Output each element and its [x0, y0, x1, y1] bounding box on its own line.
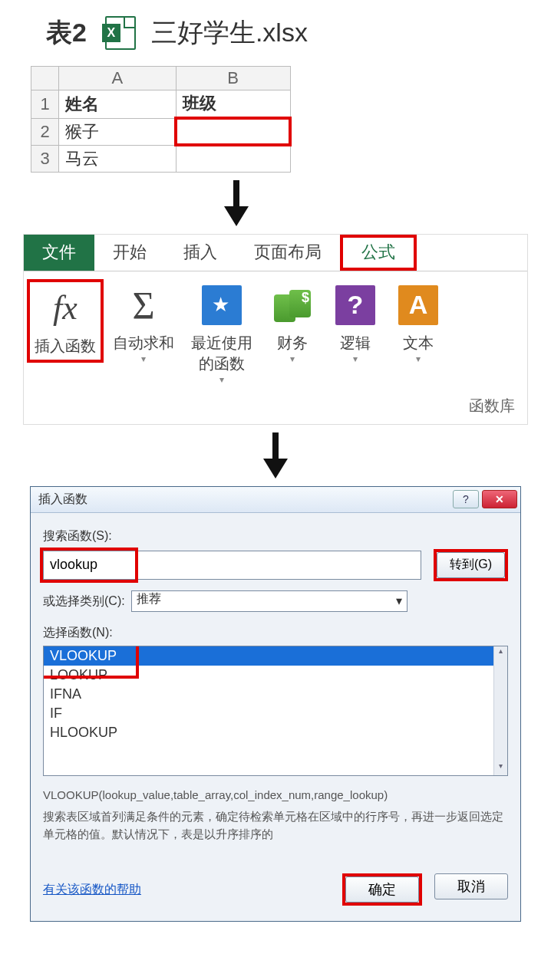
ribbon: 文件 开始 插入 页面布局 公式 fx 插入函数 Σ 自动求和 ▾ 最近使用的函… [23, 234, 528, 425]
insert-function-label: 插入函数 [35, 336, 96, 357]
excel-file-icon: X [102, 16, 136, 50]
ok-button[interactable]: 确定 [345, 876, 419, 903]
star-icon [202, 285, 242, 325]
table-label: 表2 [46, 15, 87, 51]
dropdown-icon: ▾ [353, 354, 358, 364]
question-icon: ? [335, 285, 375, 325]
cell-a2[interactable]: 猴子 [59, 118, 177, 145]
insert-function-button[interactable]: fx 插入函数 [27, 279, 104, 363]
logic-button[interactable]: ? 逻辑 ▾ [325, 279, 386, 367]
list-item[interactable]: IF [44, 704, 507, 723]
highlight-box: 转到(G) [434, 549, 508, 581]
sigma-icon: Σ [132, 283, 154, 327]
dropdown-icon: ▾ [290, 354, 295, 364]
dialog-body: 搜索函数(S): 转到(G) 或选择类别(C): 推荐 选择函数(N): VLO… [31, 513, 520, 922]
search-label: 搜索函数(S): [43, 528, 508, 544]
insert-function-dialog: 插入函数 ? ✕ 搜索函数(S): 转到(G) 或选择类别(C): 推荐 [30, 486, 521, 922]
tab-home[interactable]: 开始 [94, 235, 165, 271]
ribbon-body: fx 插入函数 Σ 自动求和 ▾ 最近使用的函数 ▾ 财务 ▾ ? 逻辑 ▾ [24, 271, 527, 391]
close-button[interactable]: ✕ [482, 490, 517, 508]
tab-insert[interactable]: 插入 [165, 235, 236, 271]
cell-a3[interactable]: 马云 [59, 145, 177, 172]
ribbon-group-label: 函数库 [24, 391, 527, 424]
text-label: 文本 [403, 333, 434, 354]
search-input[interactable] [43, 551, 421, 580]
function-listbox[interactable]: VLOOKUP LOOKUP IFNA IF HLOOKUP ▴ ▾ [43, 646, 508, 776]
cancel-button[interactable]: 取消 [434, 873, 508, 899]
corner-cell[interactable] [31, 67, 59, 90]
row-header-1[interactable]: 1 [31, 90, 59, 119]
select-function-label: 选择函数(N): [43, 625, 508, 641]
row-header-2[interactable]: 2 [31, 118, 59, 145]
dropdown-icon: ▾ [416, 354, 421, 364]
function-syntax: VLOOKUP(lookup_value,table_array,col_ind… [43, 787, 508, 804]
list-item[interactable]: IFNA [44, 685, 507, 704]
excel-x-glyph: X [102, 24, 120, 42]
dropdown-icon: ▾ [141, 354, 146, 364]
tab-file[interactable]: 文件 [24, 235, 94, 271]
spreadsheet-preview: A B 1 姓名 班级 2 猴子 3 马云 [31, 66, 292, 173]
text-button[interactable]: A 文本 ▾ [388, 279, 449, 367]
scroll-up-icon[interactable]: ▴ [494, 646, 507, 660]
autosum-label: 自动求和 [113, 333, 174, 354]
money-icon [272, 285, 312, 325]
category-select[interactable]: 推荐 [131, 590, 407, 612]
dialog-title-text: 插入函数 [38, 492, 87, 508]
category-label: 或选择类别(C): [43, 594, 125, 610]
col-header-b[interactable]: B [176, 67, 290, 90]
dropdown-icon: ▾ [219, 374, 224, 385]
file-name: 三好学生.xlsx [151, 15, 308, 51]
cell-b2-highlighted[interactable] [176, 118, 290, 145]
highlight-box: 确定 [342, 873, 422, 906]
function-description: VLOOKUP(lookup_value,table_array,col_ind… [43, 787, 508, 844]
list-item[interactable]: VLOOKUP [44, 646, 507, 666]
finance-label: 财务 [277, 333, 308, 354]
cell-b1[interactable]: 班级 [176, 90, 290, 119]
list-item[interactable]: HLOOKUP [44, 723, 507, 742]
recent-functions-button[interactable]: 最近使用的函数 ▾ [183, 279, 260, 388]
help-link[interactable]: 有关该函数的帮助 [43, 882, 141, 898]
header-row: 表2 X 三好学生.xlsx [46, 15, 528, 51]
recent-label: 最近使用的函数 [185, 333, 259, 374]
tab-formula[interactable]: 公式 [340, 235, 417, 271]
scrollbar[interactable]: ▴ ▾ [493, 646, 507, 775]
dialog-footer: 有关该函数的帮助 确定 取消 [43, 873, 508, 910]
help-button[interactable]: ? [453, 490, 479, 508]
row-header-3[interactable]: 3 [31, 145, 59, 172]
tab-page-layout[interactable]: 页面布局 [236, 235, 340, 271]
autosum-button[interactable]: Σ 自动求和 ▾ [105, 279, 182, 367]
function-desc-text: 搜索表区域首列满足条件的元素，确定待检索单元格在区域中的行序号，再进一步返回选定… [43, 808, 508, 843]
down-arrow-icon [223, 180, 528, 226]
list-item[interactable]: LOOKUP [44, 666, 507, 685]
dialog-titlebar[interactable]: 插入函数 ? ✕ [31, 487, 520, 513]
down-arrow-icon [23, 432, 528, 478]
go-button[interactable]: 转到(G) [437, 552, 505, 578]
logic-label: 逻辑 [340, 333, 371, 354]
fx-icon: fx [53, 288, 78, 327]
scroll-down-icon[interactable]: ▾ [494, 761, 507, 775]
cell-b3[interactable] [176, 145, 290, 172]
letter-a-icon: A [398, 285, 438, 325]
ribbon-tabs: 文件 开始 插入 页面布局 公式 [24, 235, 527, 271]
col-header-a[interactable]: A [59, 67, 177, 90]
finance-button[interactable]: 财务 ▾ [262, 279, 323, 367]
cell-a1[interactable]: 姓名 [59, 90, 177, 119]
